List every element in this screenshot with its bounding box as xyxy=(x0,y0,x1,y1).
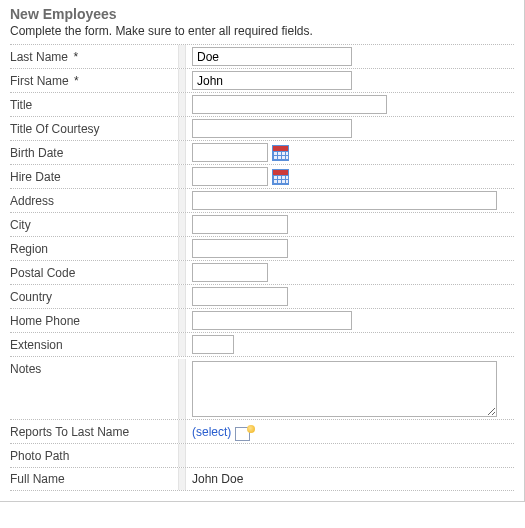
hire-date-input[interactable] xyxy=(192,167,268,186)
label-first-name: First Name * xyxy=(10,71,178,91)
required-mark: * xyxy=(73,50,78,64)
city-input[interactable] xyxy=(192,215,288,234)
row-last-name: Last Name * xyxy=(10,44,514,68)
label-birth-date: Birth Date xyxy=(10,143,178,163)
label-notes: Notes xyxy=(10,359,178,379)
label-home-phone: Home Phone xyxy=(10,311,178,331)
label-hire-date: Hire Date xyxy=(10,167,178,187)
notes-textarea[interactable] xyxy=(192,361,497,417)
row-hire-date: Hire Date xyxy=(10,164,514,188)
row-birth-date: Birth Date xyxy=(10,140,514,164)
row-city: City xyxy=(10,212,514,236)
label-country: Country xyxy=(10,287,178,307)
form-title: New Employees xyxy=(10,6,514,22)
form-instruction: Complete the form. Make sure to enter al… xyxy=(10,24,514,38)
title-input[interactable] xyxy=(192,95,387,114)
calendar-icon[interactable] xyxy=(272,145,289,161)
label-title: Title xyxy=(10,95,178,115)
label-title-courtesy: Title Of Courtesy xyxy=(10,119,178,139)
new-employee-form: New Employees Complete the form. Make su… xyxy=(0,0,525,502)
label-region: Region xyxy=(10,239,178,259)
column-divider xyxy=(178,45,186,68)
row-photo-path: Photo Path xyxy=(10,443,514,467)
label-reports-to: Reports To Last Name xyxy=(10,422,178,442)
label-city: City xyxy=(10,215,178,235)
home-phone-input[interactable] xyxy=(192,311,352,330)
label-photo-path: Photo Path xyxy=(10,446,178,466)
reports-to-select-link[interactable]: (select) xyxy=(192,425,231,439)
row-first-name: First Name * xyxy=(10,68,514,92)
row-region: Region xyxy=(10,236,514,260)
full-name-value: John Doe xyxy=(192,472,243,486)
row-postal-code: Postal Code xyxy=(10,260,514,284)
label-extension: Extension xyxy=(10,335,178,355)
row-title: Title xyxy=(10,92,514,116)
lookup-icon[interactable] xyxy=(235,425,255,439)
last-name-input[interactable] xyxy=(192,47,352,66)
address-input[interactable] xyxy=(192,191,497,210)
first-name-input[interactable] xyxy=(192,71,352,90)
label-postal-code: Postal Code xyxy=(10,263,178,283)
postal-code-input[interactable] xyxy=(192,263,268,282)
row-title-courtesy: Title Of Courtesy xyxy=(10,116,514,140)
birth-date-input[interactable] xyxy=(192,143,268,162)
row-notes: Notes xyxy=(10,356,514,419)
country-input[interactable] xyxy=(192,287,288,306)
row-reports-to: Reports To Last Name (select) xyxy=(10,419,514,443)
title-courtesy-input[interactable] xyxy=(192,119,352,138)
region-input[interactable] xyxy=(192,239,288,258)
row-extension: Extension xyxy=(10,332,514,356)
row-address: Address xyxy=(10,188,514,212)
label-address: Address xyxy=(10,191,178,211)
row-home-phone: Home Phone xyxy=(10,308,514,332)
required-mark: * xyxy=(74,74,79,88)
extension-input[interactable] xyxy=(192,335,234,354)
row-country: Country xyxy=(10,284,514,308)
label-full-name: Full Name xyxy=(10,469,178,489)
row-full-name: Full Name John Doe xyxy=(10,467,514,491)
calendar-icon[interactable] xyxy=(272,169,289,185)
label-last-name: Last Name * xyxy=(10,47,178,67)
